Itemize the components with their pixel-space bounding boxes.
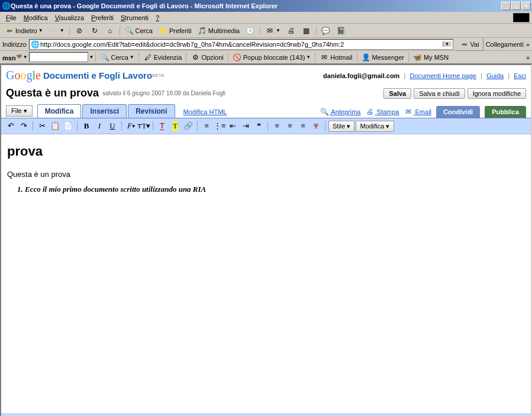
msn-messenger-button[interactable]: 👤Messenger: [359, 52, 407, 63]
print-button[interactable]: 🖨: [284, 25, 298, 37]
close-button[interactable]: ✕: [521, 2, 531, 10]
back-label: Indietro: [15, 27, 37, 34]
menu-visualizza[interactable]: Visualizza: [51, 13, 88, 22]
bold-button[interactable]: B: [80, 120, 92, 132]
doc-heading[interactable]: prova: [7, 144, 525, 159]
print-link[interactable]: 🖨 Stampa: [365, 107, 399, 117]
numlist-button[interactable]: ≡: [201, 120, 212, 132]
bullist-button[interactable]: ⋮≡: [214, 120, 225, 132]
address-dropdown[interactable]: ▼: [443, 41, 452, 47]
preview-link[interactable]: 🔍 Anteprima: [320, 107, 361, 117]
bgcolor-button[interactable]: T: [169, 120, 181, 132]
msn-mymsn-button[interactable]: 🦋My MSN: [411, 52, 451, 63]
document-editor[interactable]: prova Questa è un prova Ecco il mio prim…: [1, 134, 531, 413]
go-button[interactable]: ➡Vai: [456, 38, 483, 51]
indent-button[interactable]: ⇥: [240, 120, 252, 132]
save-close-button[interactable]: Salva e chiudi: [414, 88, 465, 99]
tabs-row: File ▾ Modifica Inserisci Revisioni Modi…: [1, 104, 531, 118]
back-button[interactable]: ⬅Indietro▼: [2, 25, 46, 37]
redo-button[interactable]: ↷: [18, 120, 30, 132]
links-label[interactable]: Collegamenti: [486, 41, 524, 48]
logout-link[interactable]: Esci: [514, 72, 526, 79]
textcolor-button[interactable]: T̲: [156, 120, 168, 132]
home-icon: ⌂: [105, 26, 115, 36]
forward-button[interactable]: ➡▼: [47, 25, 67, 37]
menu-modifica[interactable]: Modifica: [20, 13, 51, 22]
fontsize-button[interactable]: ᴛT▾: [138, 120, 150, 132]
msn-hotmail-button[interactable]: ✉Hotmail: [317, 52, 354, 63]
alignleft-button[interactable]: ≡: [271, 120, 283, 132]
style-dropdown[interactable]: Stile ▾: [328, 121, 354, 132]
msn-cerca-button[interactable]: 🔍Cerca▼: [98, 52, 136, 63]
research-button[interactable]: 📓: [334, 25, 349, 37]
link-button[interactable]: 🔗: [182, 120, 194, 132]
address-bar: Indirizzo 🌐 ▼ ➡Vai Collegamenti »: [0, 38, 532, 51]
removefmt-button[interactable]: T: [310, 120, 322, 132]
outdent-button[interactable]: ⇤: [227, 120, 238, 132]
popup-block-icon: 🚫: [233, 53, 242, 62]
docs-home-link[interactable]: Documenti Home page: [410, 72, 476, 79]
media-button[interactable]: 🎵Multimedia: [195, 25, 242, 37]
edit-button[interactable]: ▦: [299, 25, 314, 37]
tab-modifica[interactable]: Modifica: [37, 104, 82, 118]
doc-paragraph[interactable]: Questa è un prova: [7, 170, 525, 179]
file-menu-button[interactable]: File ▾: [6, 105, 33, 117]
discuss-button[interactable]: 💬: [319, 25, 333, 37]
msn-search-input[interactable]: [29, 52, 88, 62]
aligncenter-button[interactable]: ≡: [284, 120, 296, 132]
alignright-button[interactable]: ≡: [297, 120, 309, 132]
cut-button[interactable]: ✂: [36, 120, 48, 132]
email-link[interactable]: ✉ Email: [404, 107, 431, 117]
italic-button[interactable]: I: [93, 120, 105, 132]
msn-mymsn-label: My MSN: [424, 54, 449, 61]
go-label: Vai: [470, 41, 479, 48]
msn-options-button[interactable]: ⚙Opzioni: [188, 52, 225, 63]
stop-button[interactable]: ⊘: [72, 25, 86, 37]
links-expand[interactable]: »: [526, 41, 530, 48]
publish-tab[interactable]: Pubblica: [485, 106, 526, 118]
msn-search-dd[interactable]: ▼: [89, 54, 94, 60]
address-input[interactable]: [40, 41, 443, 48]
stop-icon: ⊘: [75, 26, 84, 36]
font-button[interactable]: 𝐹▾: [125, 120, 137, 132]
maximize-button[interactable]: ▢: [511, 2, 521, 10]
doc-title[interactable]: Questa è un prova: [6, 87, 99, 99]
menu-help[interactable]: ?: [152, 13, 163, 22]
msn-dropdown[interactable]: ▼: [23, 54, 28, 60]
msn-expand[interactable]: »: [526, 54, 530, 61]
underline-button[interactable]: U: [107, 120, 118, 132]
save-button[interactable]: Salva: [383, 88, 411, 99]
window-title: Questa è una prova - Google Documenti e …: [11, 2, 501, 9]
share-tab[interactable]: Condividi: [436, 106, 480, 118]
tab-modifica-html[interactable]: Modifica HTML: [176, 106, 234, 118]
home-button[interactable]: ⌂: [103, 25, 117, 37]
fontsize-icon: ᴛT▾: [137, 121, 151, 131]
tab-inserisci[interactable]: Inserisci: [82, 104, 127, 118]
menu-preferiti[interactable]: Preferiti: [88, 13, 117, 22]
msn-popup-button[interactable]: 🚫Popup bloccate (143)▼: [230, 52, 314, 63]
quote-button[interactable]: ❝: [253, 120, 265, 132]
copy-button[interactable]: 📋: [49, 120, 61, 132]
minimize-button[interactable]: _: [501, 2, 511, 10]
paste-button[interactable]: 📄: [62, 120, 74, 132]
menu-strumenti[interactable]: Strumenti: [117, 13, 152, 22]
ie-app-icon: 🌐: [1, 1, 11, 11]
search-button[interactable]: 🔍Cerca: [122, 25, 155, 37]
undo-button[interactable]: ↶: [5, 120, 17, 132]
menu-file[interactable]: File: [2, 13, 20, 22]
google-logo[interactable]: Google: [6, 69, 41, 82]
msn-highlight-button[interactable]: 🖊Evidenzia: [141, 52, 185, 63]
beta-label: BETA: [152, 73, 164, 78]
quote-icon: ❝: [257, 121, 261, 131]
discard-button[interactable]: Ignora modifiche: [467, 88, 526, 99]
favorites-button[interactable]: ⭐Preferiti: [156, 25, 194, 37]
copy-icon: 📋: [50, 121, 60, 131]
refresh-button[interactable]: ↻: [88, 25, 102, 37]
tab-revisioni[interactable]: Revisioni: [128, 104, 175, 118]
msn-logo[interactable]: msn🦋: [2, 53, 22, 62]
history-button[interactable]: 🕓: [243, 25, 257, 37]
doc-list-item[interactable]: Ecco il mio primo documento scritto util…: [25, 185, 525, 194]
help-link[interactable]: Guida: [486, 72, 504, 79]
modifica-dropdown[interactable]: Modifica ▾: [356, 121, 394, 132]
mail-button[interactable]: ✉▼: [263, 25, 283, 37]
